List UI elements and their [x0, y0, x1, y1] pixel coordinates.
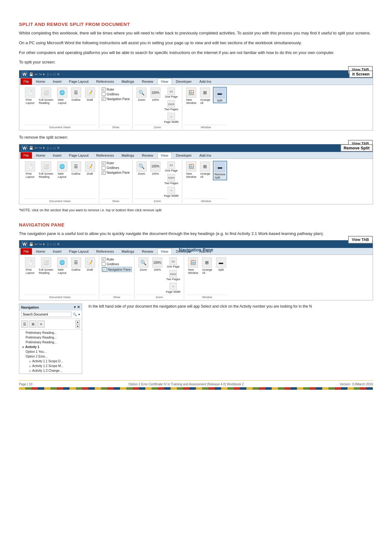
tab-insert-2[interactable]: Insert [49, 152, 65, 159]
btn-outline-2[interactable]: ☰ Outline [70, 161, 82, 176]
nav-up-btn[interactable]: ▲ [75, 320, 80, 324]
tab-mailings-3[interactable]: Mailings [118, 248, 138, 255]
customize-icon-3[interactable]: ▾ [43, 242, 45, 246]
tab-developer-1[interactable]: Developer [172, 78, 195, 85]
save-icon-3[interactable]: 💾 [29, 242, 33, 246]
nav-item-option2[interactable]: Option 2 Emo... [19, 354, 82, 359]
btn-new-window-2[interactable]: 🪟 NewWindow [185, 161, 197, 179]
btn-new-window-1[interactable]: 🪟 NewWindow [185, 87, 197, 105]
navpane-item-3[interactable]: Navigation Pane [102, 267, 132, 272]
nav-results-btn[interactable]: ≡ [38, 321, 45, 328]
tab-insert-3[interactable]: Insert [49, 248, 65, 255]
nav-item-activity11[interactable]: ▷Activity 1.1 Scope D... [19, 359, 82, 364]
minimize-icon-3[interactable]: ─ [50, 242, 52, 246]
btn-100-3[interactable]: 100% 100% [151, 257, 164, 272]
nav-search-input[interactable] [21, 312, 71, 317]
btn-full-screen-2[interactable]: ⬜ Full ScreenReading [38, 161, 55, 179]
nav-headings-btn[interactable]: ☰ [21, 321, 28, 328]
ruler-checkbox-2[interactable] [102, 161, 106, 165]
btn-split-3[interactable]: ▬ Split [215, 257, 227, 272]
nav-search-icon[interactable]: 🔍 [73, 312, 77, 316]
btn-web-layout-3[interactable]: 🌐 WebLayout [56, 257, 69, 275]
ruler-item-2[interactable]: Ruler [102, 161, 130, 165]
btn-print-layout-3[interactable]: 📄 PrintLayout [24, 257, 36, 275]
close-icon-3[interactable]: ✕ [57, 242, 60, 246]
tab-pagelayout-1[interactable]: Page Layout [66, 78, 92, 85]
nav-pages-btn[interactable]: ⊞ [29, 321, 36, 328]
save-icon-2[interactable]: 💾 [29, 146, 33, 150]
undo-icon-2[interactable]: ↩ [35, 146, 38, 150]
ruler-item-1[interactable]: Ruler [102, 87, 130, 91]
tab-references-3[interactable]: References [93, 248, 117, 255]
minimize-icon-2[interactable]: ─ [50, 146, 52, 150]
save-icon-1[interactable]: 💾 [29, 72, 33, 76]
btn-zoom-3[interactable]: 🔍 Zoom [137, 257, 150, 272]
navpane-checkbox-3[interactable] [103, 268, 106, 271]
gridlines-item-3[interactable]: Gridlines [102, 262, 132, 266]
nav-item-prelim2[interactable]: Preliminary Reading... [19, 335, 82, 340]
btn-split-1[interactable]: ▬ Split [213, 87, 227, 103]
maximize-icon-1[interactable]: □ [53, 72, 56, 76]
tab-mailings-1[interactable]: Mailings [118, 78, 138, 85]
redo-icon-1[interactable]: ↪ [39, 72, 42, 76]
tab-mailings-2[interactable]: Mailings [118, 152, 138, 159]
gridlines-checkbox-3[interactable] [102, 262, 106, 266]
btn-pagewidth-3[interactable]: ↔ Page Width [165, 282, 182, 294]
nav-item-prelim1[interactable]: Preliminary Reading... [19, 330, 82, 335]
btn-full-screen-1[interactable]: ⬜ Full ScreenReading [38, 87, 55, 105]
btn-new-window-3[interactable]: 🪟 NewWindow [187, 257, 199, 275]
tab-insert-1[interactable]: Insert [49, 78, 65, 85]
nav-close-icon[interactable]: ✕ [77, 305, 80, 309]
navpane-checkbox-2[interactable] [102, 171, 106, 175]
tab-file-1[interactable]: File [21, 78, 32, 85]
btn-outline-1[interactable]: ☰ Outline [70, 87, 82, 102]
customize-icon-1[interactable]: ▾ [43, 72, 45, 76]
tab-review-3[interactable]: Review [138, 248, 157, 255]
nav-pin-icon[interactable]: ▾ [74, 305, 76, 309]
btn-zoom-1[interactable]: 🔍 Zoom [135, 87, 148, 102]
gridlines-item-1[interactable]: Gridlines [102, 92, 130, 96]
btn-arrange-all-3[interactable]: ⊞ ArrangeAll [201, 257, 213, 275]
btn-twopages-2[interactable]: ▭▭ Two Pages [163, 173, 180, 185]
btn-arrange-all-1[interactable]: ⊞ ArrangeAll [199, 87, 211, 105]
tab-file-3[interactable]: File [21, 248, 32, 255]
btn-pagewidth-1[interactable]: ↔ Page Width [163, 112, 180, 124]
btn-draft-3[interactable]: 📝 Draft [84, 257, 96, 272]
nav-item-option1[interactable]: Option 1 You... [19, 349, 82, 354]
maximize-icon-3[interactable]: □ [53, 242, 56, 246]
maximize-icon-2[interactable]: □ [53, 146, 56, 150]
tab-view-3[interactable]: View [157, 248, 172, 255]
btn-print-layout-1[interactable]: 📄 PrintLayout [24, 87, 36, 105]
nav-item-activity12[interactable]: ▷Activity 1.2 Scope M... [19, 364, 82, 368]
navpane-checkbox-1[interactable] [102, 97, 106, 101]
btn-100-2[interactable]: 100% 100% [149, 161, 162, 176]
gridlines-item-2[interactable]: Gridlines [102, 166, 130, 170]
gridlines-checkbox-1[interactable] [102, 92, 106, 96]
btn-full-screen-3[interactable]: ⬜ Full ScreenReading [38, 257, 55, 275]
tab-review-2[interactable]: Review [138, 152, 157, 159]
btn-arrange-all-2[interactable]: ⊞ ArrangeAll [199, 161, 211, 179]
nav-item-activity13[interactable]: ▷Activity 1.3 Change... [19, 368, 82, 373]
btn-onepage-2[interactable]: ▭ One Page [163, 161, 180, 173]
ruler-checkbox-1[interactable] [102, 87, 106, 91]
close-icon-2[interactable]: ✕ [57, 146, 60, 150]
btn-draft-1[interactable]: 📝 Draft [84, 87, 96, 102]
tab-pagelayout-3[interactable]: Page Layout [66, 248, 92, 255]
btn-web-layout-2[interactable]: 🌐 WebLayout [56, 161, 69, 179]
tab-home-3[interactable]: Home [33, 248, 49, 255]
btn-remove-split-2[interactable]: ▬ RemoveSplit [213, 161, 227, 180]
tab-view-2[interactable]: View [157, 152, 172, 159]
nav-search-dropdown[interactable]: ▾ [78, 313, 80, 316]
btn-outline-3[interactable]: ☰ Outline [70, 257, 82, 272]
undo-icon-1[interactable]: ↩ [35, 72, 38, 76]
nav-item-activity1[interactable]: ▼Activity 1 [19, 345, 82, 349]
tab-developer-2[interactable]: Developer [172, 152, 195, 159]
tab-review-1[interactable]: Review [138, 78, 157, 85]
tab-view-1[interactable]: View [157, 78, 172, 85]
redo-icon-2[interactable]: ↪ [39, 146, 42, 150]
tab-file-2[interactable]: File [21, 152, 32, 159]
ruler-checkbox-3[interactable] [102, 257, 106, 261]
tab-addins-1[interactable]: Add-Ins [196, 78, 215, 85]
ruler-item-3[interactable]: Ruler [102, 257, 132, 261]
customize-icon-2[interactable]: ▾ [43, 146, 45, 150]
